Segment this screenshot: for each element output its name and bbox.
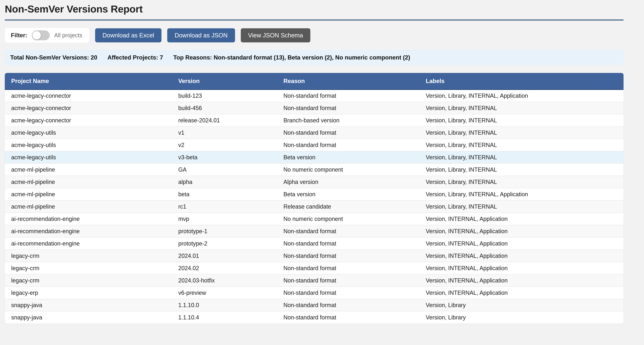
table-row[interactable]: ai-recommendation-engine prototype-2 Non…	[5, 237, 624, 250]
cell-project-name: acme-legacy-connector	[5, 90, 172, 102]
cell-project-name: legacy-erp	[5, 287, 172, 299]
cell-reason: Non-standard format	[277, 287, 419, 299]
cell-project-name: ai-recommendation-engine	[5, 213, 172, 225]
cell-reason: Alpha version	[277, 176, 419, 188]
filter-state-label: All projects	[54, 32, 82, 39]
cell-reason: No numeric component	[277, 213, 419, 225]
cell-labels: Version, INTERNAL, Application	[419, 274, 624, 287]
cell-project-name: acme-legacy-utils	[5, 151, 172, 163]
table-row[interactable]: snappy-java 1.1.10.0 Non-standard format…	[5, 299, 624, 311]
cell-version: 2024.02	[172, 262, 277, 274]
cell-reason: Non-standard format	[277, 139, 419, 151]
cell-labels: Version, Library	[419, 299, 624, 311]
cell-reason: Non-standard format	[277, 225, 419, 237]
table-row[interactable]: acme-legacy-utils v2 Non-standard format…	[5, 139, 624, 151]
table-row[interactable]: acme-ml-pipeline GA No numeric component…	[5, 163, 624, 176]
cell-labels: Version, Library, INTERNAL	[419, 102, 624, 114]
cell-version: v3-beta	[172, 151, 277, 163]
cell-labels: Version, INTERNAL, Application	[419, 213, 624, 225]
download-excel-button[interactable]: Download as Excel	[95, 28, 162, 42]
cell-labels: Version, Library, INTERNAL	[419, 163, 624, 176]
cell-labels: Version, Library, INTERNAL	[419, 200, 624, 213]
cell-reason: Beta version	[277, 188, 419, 200]
table-row[interactable]: acme-legacy-utils v3-beta Beta version V…	[5, 151, 624, 163]
table-row[interactable]: acme-ml-pipeline beta Beta version Versi…	[5, 188, 624, 200]
cell-reason: Beta version	[277, 151, 419, 163]
table-row[interactable]: acme-legacy-connector build-456 Non-stan…	[5, 102, 624, 114]
cell-version: release-2024.01	[172, 114, 277, 127]
cell-reason: Non-standard format	[277, 127, 419, 139]
cell-reason: Non-standard format	[277, 299, 419, 311]
filter-label: Filter:	[11, 32, 27, 39]
page-title: Non-SemVer Versions Report	[5, 0, 624, 15]
summary-affected-projects: Affected Projects: 7	[108, 54, 163, 61]
cell-labels: Version, Library, INTERNAL	[419, 127, 624, 139]
versions-table-card: Project Name Version Reason Labels acme-…	[5, 73, 624, 323]
cell-version: prototype-1	[172, 225, 277, 237]
table-row[interactable]: ai-recommendation-engine prototype-1 Non…	[5, 225, 624, 237]
cell-version: 2024.01	[172, 250, 277, 262]
cell-project-name: acme-ml-pipeline	[5, 188, 172, 200]
cell-reason: Branch-based version	[277, 114, 419, 127]
table-row[interactable]: acme-legacy-connector build-123 Non-stan…	[5, 90, 624, 102]
cell-version: 2024.03-hotfix	[172, 274, 277, 287]
table-row[interactable]: acme-legacy-connector release-2024.01 Br…	[5, 114, 624, 127]
cell-reason: Non-standard format	[277, 274, 419, 287]
table-row[interactable]: legacy-crm 2024.03-hotfix Non-standard f…	[5, 274, 624, 287]
cell-reason: Non-standard format	[277, 262, 419, 274]
cell-project-name: snappy-java	[5, 311, 172, 323]
cell-project-name: legacy-crm	[5, 274, 172, 287]
cell-labels: Version, INTERNAL, Application	[419, 225, 624, 237]
report-page: Non-SemVer Versions Report Filter: All p…	[5, 0, 624, 323]
filter-toggle[interactable]	[32, 30, 50, 40]
table-row[interactable]: legacy-erp v6-preview Non-standard forma…	[5, 287, 624, 299]
cell-reason: No numeric component	[277, 163, 419, 176]
cell-version: build-123	[172, 90, 277, 102]
cell-version: GA	[172, 163, 277, 176]
toolbar: Filter: All projects Download as Excel D…	[5, 28, 624, 43]
cell-project-name: legacy-crm	[5, 262, 172, 274]
column-header-version: Version	[172, 73, 277, 90]
cell-version: v1	[172, 127, 277, 139]
cell-reason: Non-standard format	[277, 90, 419, 102]
versions-table: Project Name Version Reason Labels acme-…	[5, 73, 624, 323]
column-header-labels: Labels	[419, 73, 624, 90]
table-row[interactable]: acme-ml-pipeline rc1 Release candidate V…	[5, 200, 624, 213]
cell-version: prototype-2	[172, 237, 277, 250]
table-row[interactable]: legacy-crm 2024.01 Non-standard format V…	[5, 250, 624, 262]
summary-top-reasons: Top Reasons: Non-standard format (13), B…	[173, 54, 410, 61]
cell-labels: Version, INTERNAL, Application	[419, 262, 624, 274]
cell-version: v2	[172, 139, 277, 151]
cell-project-name: acme-ml-pipeline	[5, 163, 172, 176]
cell-reason: Non-standard format	[277, 237, 419, 250]
table-row[interactable]: acme-legacy-utils v1 Non-standard format…	[5, 127, 624, 139]
table-body: acme-legacy-connector build-123 Non-stan…	[5, 90, 624, 323]
cell-labels: Version, Library, INTERNAL	[419, 114, 624, 127]
cell-project-name: ai-recommendation-engine	[5, 237, 172, 250]
table-row[interactable]: acme-ml-pipeline alpha Alpha version Ver…	[5, 176, 624, 188]
table-header: Project Name Version Reason Labels	[5, 73, 624, 90]
table-row[interactable]: legacy-crm 2024.02 Non-standard format V…	[5, 262, 624, 274]
title-divider	[5, 20, 624, 21]
cell-version: 1.1.10.0	[172, 299, 277, 311]
cell-labels: Version, Library, INTERNAL	[419, 151, 624, 163]
table-row[interactable]: ai-recommendation-engine mvp No numeric …	[5, 213, 624, 225]
view-json-schema-button[interactable]: View JSON Schema	[241, 28, 310, 42]
cell-project-name: snappy-java	[5, 299, 172, 311]
cell-project-name: acme-legacy-connector	[5, 102, 172, 114]
filter-card: Filter: All projects	[5, 28, 89, 43]
cell-project-name: legacy-crm	[5, 250, 172, 262]
cell-reason: Non-standard format	[277, 311, 419, 323]
cell-labels: Version, INTERNAL, Application	[419, 287, 624, 299]
cell-version: mvp	[172, 213, 277, 225]
table-row[interactable]: snappy-java 1.1.10.4 Non-standard format…	[5, 311, 624, 323]
cell-project-name: acme-legacy-utils	[5, 139, 172, 151]
cell-labels: Version, Library, INTERNAL	[419, 139, 624, 151]
cell-labels: Version, INTERNAL, Application	[419, 237, 624, 250]
cell-version: 1.1.10.4	[172, 311, 277, 323]
download-json-button[interactable]: Download as JSON	[167, 28, 235, 42]
cell-project-name: acme-legacy-utils	[5, 127, 172, 139]
cell-version: alpha	[172, 176, 277, 188]
cell-labels: Version, INTERNAL, Application	[419, 250, 624, 262]
cell-labels: Version, Library, INTERNAL, Application	[419, 188, 624, 200]
